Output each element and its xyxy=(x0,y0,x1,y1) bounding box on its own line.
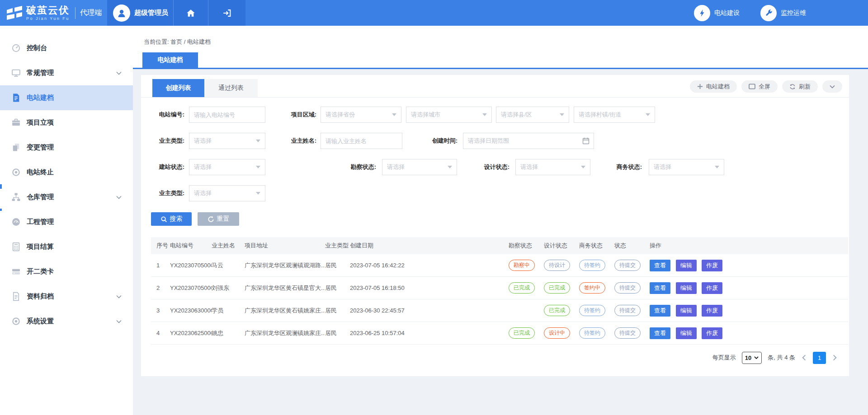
view-button[interactable]: 查看 xyxy=(650,327,670,339)
void-button[interactable]: 作废 xyxy=(702,282,722,294)
app-window: 破茧云伏 Po Jian Yun Fu 代理端 超级管理员 xyxy=(0,0,868,415)
tab-create-list[interactable]: 创建列表 xyxy=(152,79,204,97)
sitemap-icon xyxy=(11,192,21,202)
station-code-input[interactable] xyxy=(189,107,265,123)
archive-icon xyxy=(11,292,21,301)
cell-owner-type: 居民 xyxy=(325,284,350,292)
business-status-badge: 签约中 xyxy=(579,282,605,293)
col-header-owner-type: 业主类型 xyxy=(325,242,350,250)
cell-code: YX2023070500010 xyxy=(170,284,212,291)
per-page-select[interactable]: 10 xyxy=(742,352,762,364)
fullscreen-button[interactable]: 全屏 xyxy=(741,80,778,93)
tab-passed-list[interactable]: 通过列表 xyxy=(204,79,258,97)
view-button[interactable]: 查看 xyxy=(650,260,670,271)
content-card: 创建列表 通过列表 电站建档 全屏 刷新 xyxy=(141,75,849,376)
chevron-down-icon xyxy=(116,71,122,75)
search-button[interactable]: 搜索 xyxy=(151,212,192,226)
sidebar-item-project-initiation[interactable]: 项目立项 xyxy=(0,110,133,135)
sidebar-scrollbar-mark[interactable] xyxy=(0,184,2,189)
select-build-status[interactable]: 请选择 xyxy=(189,159,265,175)
edit-button[interactable]: 编辑 xyxy=(676,305,697,317)
void-button[interactable]: 作废 xyxy=(702,327,722,339)
cell-created: 2023-07-05 16:18:50 xyxy=(350,284,509,291)
target-icon xyxy=(11,168,21,177)
cell-created: 2023-06-30 22:45:57 xyxy=(350,307,509,314)
date-range-input[interactable]: 请选择日期范围 xyxy=(463,133,594,149)
view-button[interactable]: 查看 xyxy=(650,305,670,317)
stations-table: 序号 电站编号 业主姓名 项目地址 业主类型 创建日期 勘察状态 设计状态 商务… xyxy=(151,237,848,345)
void-button[interactable]: 作废 xyxy=(702,260,722,271)
sidebar-item-engineering-mgmt[interactable]: 工程管理 xyxy=(0,210,133,234)
select-business-status[interactable]: 请选择 xyxy=(649,159,724,175)
sidebar-item-data-archive[interactable]: 资料归档 xyxy=(0,284,133,309)
nav-monitor-ops[interactable]: 监控运维 xyxy=(760,5,806,21)
select-survey-status[interactable]: 请选择 xyxy=(382,159,457,175)
sidebar-item-general-mgmt[interactable]: 常规管理 xyxy=(0,61,133,85)
select-town[interactable]: 请选择村镇/街道 xyxy=(574,107,655,123)
sidebar-scrollbar-mark[interactable] xyxy=(0,209,2,211)
edit-button[interactable]: 编辑 xyxy=(676,260,697,271)
cell-code: YX2023062500004 xyxy=(170,330,212,336)
monitor-icon xyxy=(11,68,21,78)
edit-button[interactable]: 编辑 xyxy=(676,327,697,339)
current-page-button[interactable]: 1 xyxy=(813,352,826,364)
col-header-actions: 操作 xyxy=(650,242,848,250)
nav-station-build-label: 电站建设 xyxy=(714,9,740,17)
add-station-button[interactable]: 电站建档 xyxy=(690,80,737,93)
table-row: 1 YX2023070500011 马云 广东深圳龙华区观澜镇观湖路... 居民… xyxy=(151,254,848,277)
sidebar: 控制台 常规管理 电站建档 项目立项 变更管理 电站终止 仓库管理 xyxy=(0,26,133,415)
tabs-divider xyxy=(141,97,849,98)
breadcrumb-path[interactable]: 首页 / 电站建档 xyxy=(170,38,211,45)
collapse-toggle-button[interactable] xyxy=(822,80,842,93)
refresh-button[interactable]: 刷新 xyxy=(782,80,818,93)
sidebar-item-warehouse-mgmt[interactable]: 仓库管理 xyxy=(0,185,133,210)
view-button[interactable]: 查看 xyxy=(650,282,670,294)
select-province[interactable]: 请选择省份 xyxy=(321,107,401,123)
owner-name-input[interactable] xyxy=(321,133,402,149)
table-row: 2 YX2023070500010 刘强东 广东深圳龙华区黄石镇星官大... 居… xyxy=(151,277,848,299)
sidebar-item-station-termination[interactable]: 电站终止 xyxy=(0,160,133,185)
gauge-icon xyxy=(11,217,21,227)
page-tab-station-filing[interactable]: 电站建档 xyxy=(142,52,198,68)
cell-owner: 学员 xyxy=(212,307,245,315)
select-owner-type2[interactable]: 请选择 xyxy=(189,185,265,201)
edit-button[interactable]: 编辑 xyxy=(676,282,697,294)
settings-icon xyxy=(11,317,21,326)
current-user[interactable]: 超级管理员 xyxy=(107,0,173,26)
sidebar-item-class2-card[interactable]: 开二类卡 xyxy=(0,259,133,284)
home-button[interactable] xyxy=(173,0,208,26)
divider xyxy=(75,7,75,19)
sidebar-item-station-filing[interactable]: 电站建档 xyxy=(0,85,133,110)
design-status-badge: 已完成 xyxy=(544,305,570,316)
calendar-icon xyxy=(582,137,590,145)
caret-down-icon xyxy=(581,166,585,168)
toolbar: 电站建档 全屏 刷新 xyxy=(690,80,842,93)
select-county[interactable]: 请选择县/区 xyxy=(496,107,569,123)
void-button[interactable]: 作废 xyxy=(702,305,722,317)
per-page-label: 每页显示 xyxy=(712,354,736,362)
design-status-badge: 待设计 xyxy=(544,260,570,270)
sidebar-item-project-settlement[interactable]: 项目结算 xyxy=(0,234,133,259)
col-header-index: 序号 xyxy=(151,242,170,250)
cell-code: YX2023063000009 xyxy=(170,307,212,314)
sidebar-item-change-mgmt[interactable]: 变更管理 xyxy=(0,135,133,160)
lightning-icon xyxy=(694,5,710,21)
select-design-status[interactable]: 请选择 xyxy=(515,159,590,175)
sidebar-item-console[interactable]: 控制台 xyxy=(0,36,133,61)
select-owner-type[interactable]: 请选择 xyxy=(189,133,265,149)
prev-page-button[interactable] xyxy=(801,354,807,361)
reset-button[interactable]: 重置 xyxy=(198,212,239,226)
sidebar-item-system-settings[interactable]: 系统设置 xyxy=(0,309,133,334)
col-header-code: 电站编号 xyxy=(170,242,212,250)
logout-button[interactable] xyxy=(208,0,245,26)
table-row: 4 YX2023062500004 姚忠 广东深圳龙华区观澜镇姚家庄... 居民… xyxy=(151,322,848,345)
survey-status-badge: 已完成 xyxy=(509,282,535,293)
next-page-button[interactable] xyxy=(832,354,838,361)
pagination: 每页显示 10 条, 共 4 条 1 xyxy=(712,351,838,364)
cell-index: 1 xyxy=(151,262,170,269)
select-city[interactable]: 请选择城市 xyxy=(406,107,492,123)
main-content: 当前位置: 首页 / 电站建档 电站建档 创建列表 通过列表 电站建档 全屏 xyxy=(133,26,868,415)
nav-station-build[interactable]: 电站建设 xyxy=(694,5,740,21)
business-status-badge: 待签约 xyxy=(579,305,605,316)
design-status-badge: 已完成 xyxy=(544,282,570,293)
